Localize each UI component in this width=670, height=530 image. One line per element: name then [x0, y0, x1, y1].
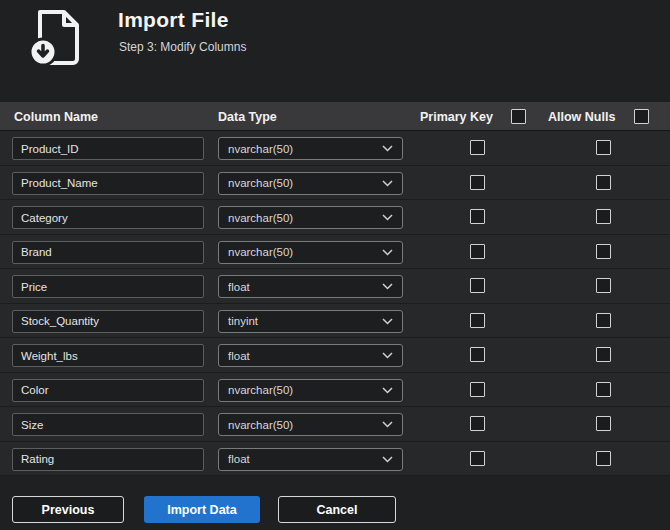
column-name-input[interactable] — [12, 206, 204, 229]
data-type-dropdown[interactable]: nvarchar(50) — [218, 379, 403, 402]
page-header: Import File Step 3: Modify Columns — [0, 0, 670, 102]
import-file-icon — [24, 7, 88, 69]
primary-key-checkbox[interactable] — [470, 209, 485, 224]
primary-key-checkbox[interactable] — [470, 416, 485, 431]
table-header: Column Name Data Type Primary Key Allow … — [0, 102, 670, 131]
table-row: float — [0, 442, 670, 477]
primary-key-checkbox[interactable] — [470, 451, 485, 466]
data-type-value: nvarchar(50) — [228, 384, 293, 396]
import-file-window: Import File Step 3: Modify Columns Colum… — [0, 0, 670, 530]
data-type-dropdown[interactable]: nvarchar(50) — [218, 241, 403, 264]
table-row: tinyint — [0, 304, 670, 339]
table-row: nvarchar(50) — [0, 407, 670, 442]
allow-nulls-checkbox[interactable] — [596, 175, 611, 190]
primary-key-checkbox[interactable] — [470, 313, 485, 328]
chevron-down-icon — [382, 387, 393, 394]
allow-nulls-checkbox[interactable] — [596, 347, 611, 362]
table-row: nvarchar(50) — [0, 235, 670, 270]
column-name-input[interactable] — [12, 379, 204, 402]
allow-nulls-checkbox[interactable] — [596, 140, 611, 155]
data-type-dropdown[interactable]: nvarchar(50) — [218, 172, 403, 195]
data-type-dropdown[interactable]: float — [218, 448, 403, 471]
column-name-input[interactable] — [12, 275, 204, 298]
chevron-down-icon — [382, 283, 393, 290]
page-subtitle: Step 3: Modify Columns — [119, 40, 246, 54]
table-body: nvarchar(50) nvarchar(50) — [0, 131, 670, 476]
primary-key-select-all-checkbox[interactable] — [511, 109, 526, 124]
table-row: float — [0, 338, 670, 373]
allow-nulls-checkbox[interactable] — [596, 244, 611, 259]
chevron-down-icon — [382, 145, 393, 152]
chevron-down-icon — [382, 421, 393, 428]
chevron-down-icon — [382, 180, 393, 187]
data-type-dropdown[interactable]: nvarchar(50) — [218, 137, 403, 160]
cancel-button[interactable]: Cancel — [278, 496, 396, 523]
header-data-type: Data Type — [218, 102, 277, 131]
data-type-value: float — [228, 453, 250, 465]
column-name-input[interactable] — [12, 310, 204, 333]
primary-key-checkbox[interactable] — [470, 278, 485, 293]
data-type-value: float — [228, 281, 250, 293]
table-row: float — [0, 269, 670, 304]
data-type-value: nvarchar(50) — [228, 246, 293, 258]
data-type-dropdown[interactable]: float — [218, 275, 403, 298]
column-name-input[interactable] — [12, 172, 204, 195]
data-type-value: nvarchar(50) — [228, 177, 293, 189]
page-title: Import File — [118, 8, 229, 32]
import-data-button[interactable]: Import Data — [144, 496, 260, 523]
data-type-dropdown[interactable]: nvarchar(50) — [218, 206, 403, 229]
primary-key-checkbox[interactable] — [470, 244, 485, 259]
primary-key-checkbox[interactable] — [470, 382, 485, 397]
data-type-value: float — [228, 350, 250, 362]
table-row: nvarchar(50) — [0, 373, 670, 408]
header-column-name: Column Name — [14, 102, 98, 131]
allow-nulls-checkbox[interactable] — [596, 313, 611, 328]
footer-bar: Previous Import Data Cancel — [0, 476, 670, 530]
table-row: nvarchar(50) — [0, 200, 670, 235]
column-name-input[interactable] — [12, 344, 204, 367]
allow-nulls-checkbox[interactable] — [596, 209, 611, 224]
column-name-input[interactable] — [12, 137, 204, 160]
data-type-value: nvarchar(50) — [228, 212, 293, 224]
column-name-input[interactable] — [12, 448, 204, 471]
allow-nulls-checkbox[interactable] — [596, 416, 611, 431]
column-name-input[interactable] — [12, 241, 204, 264]
previous-button[interactable]: Previous — [12, 496, 124, 523]
allow-nulls-select-all-checkbox[interactable] — [634, 109, 649, 124]
data-type-value: nvarchar(50) — [228, 143, 293, 155]
primary-key-checkbox[interactable] — [470, 175, 485, 190]
chevron-down-icon — [382, 456, 393, 463]
header-allow-nulls: Allow Nulls — [548, 102, 615, 131]
chevron-down-icon — [382, 318, 393, 325]
allow-nulls-checkbox[interactable] — [596, 451, 611, 466]
primary-key-checkbox[interactable] — [470, 140, 485, 155]
table-row: nvarchar(50) — [0, 166, 670, 201]
chevron-down-icon — [382, 214, 393, 221]
primary-key-checkbox[interactable] — [470, 347, 485, 362]
table-row: nvarchar(50) — [0, 131, 670, 166]
data-type-dropdown[interactable]: tinyint — [218, 310, 403, 333]
column-name-input[interactable] — [12, 413, 204, 436]
chevron-down-icon — [382, 352, 393, 359]
allow-nulls-checkbox[interactable] — [596, 278, 611, 293]
data-type-dropdown[interactable]: nvarchar(50) — [218, 413, 403, 436]
data-type-value: nvarchar(50) — [228, 419, 293, 431]
header-primary-key: Primary Key — [420, 102, 493, 131]
chevron-down-icon — [382, 249, 393, 256]
data-type-dropdown[interactable]: float — [218, 344, 403, 367]
allow-nulls-checkbox[interactable] — [596, 382, 611, 397]
data-type-value: tinyint — [228, 315, 258, 327]
